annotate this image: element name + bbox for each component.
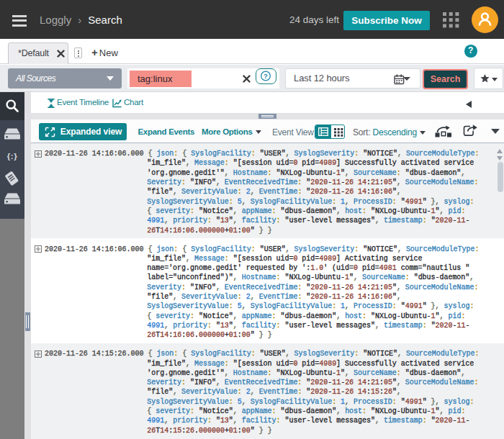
svg-text:?: ? [264,72,268,80]
